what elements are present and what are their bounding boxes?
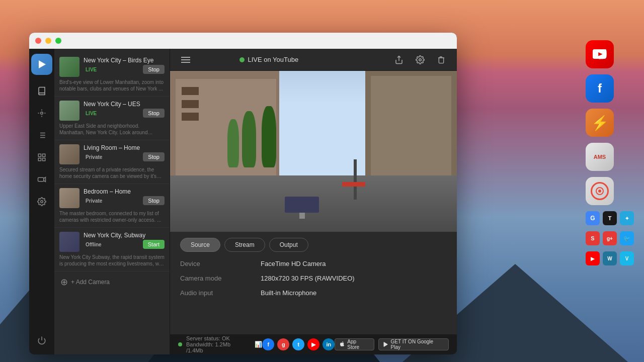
camera-thumb-4 <box>59 188 79 208</box>
camera-status-2: LIVE <box>84 110 99 117</box>
close-button[interactable] <box>35 38 41 44</box>
sidebar-icon-power[interactable] <box>33 331 51 349</box>
social-facebook[interactable]: f <box>262 338 274 350</box>
camera-desc-4: The master bedroom, connected to my list… <box>59 210 165 223</box>
mini-icon-s[interactable]: S <box>586 231 600 245</box>
lightning-desktop-icon[interactable]: ⚡ <box>586 109 614 137</box>
facebook-desktop-icon[interactable]: f <box>586 74 614 103</box>
sidebar-icon-location[interactable] <box>33 104 51 122</box>
bottom-section: Source Stream Output Device FaceTime HD … <box>170 232 457 334</box>
add-camera-button[interactable]: ⊕ + Add Camera <box>54 272 170 293</box>
live-status-text: LIVE on YouTube <box>248 56 298 63</box>
mini-icon-t2[interactable]: ✦ <box>620 211 634 225</box>
ams-desktop-icon[interactable]: AMS <box>586 143 614 171</box>
camera-start-btn-5[interactable]: Start <box>143 240 165 249</box>
tab-row: Source Stream Output <box>180 238 447 252</box>
info-row-device: Device FaceTime HD Camera <box>180 260 447 267</box>
svg-rect-11 <box>38 158 41 161</box>
svg-marker-13 <box>44 177 46 182</box>
top-bar-right <box>391 52 449 67</box>
audio-input-value: Built-in Microphone <box>261 289 316 297</box>
app-window: New York City – Birds Eye LIVE Stop Bird… <box>29 33 457 354</box>
google-play-button[interactable]: GET IT ON Google Play <box>378 338 449 350</box>
mini-icons-row-1: G T ✦ <box>586 211 634 225</box>
camera-desc-1: Bird's-eye view of Lower Manhattan, zoom… <box>59 79 165 92</box>
youtube-desktop-icon[interactable] <box>586 40 614 68</box>
svg-rect-10 <box>43 158 45 161</box>
camera-name-1: New York City – Birds Eye <box>84 57 165 64</box>
svg-rect-8 <box>38 154 41 156</box>
camera-desc-3: Secured stream of a private residence, t… <box>59 166 165 179</box>
camera-item-living-room[interactable]: Living Room – Home Private Stop Secured … <box>54 140 170 184</box>
mini-icons-row-2: S g+ 🐦 <box>586 231 634 245</box>
mini-icon-tw[interactable]: 🐦 <box>620 231 634 245</box>
delete-button[interactable] <box>434 52 449 67</box>
title-bar <box>29 33 457 49</box>
maximize-button[interactable] <box>55 38 61 44</box>
mini-icon-g[interactable]: G <box>586 211 600 225</box>
mini-icons-row-3: ▶ W V <box>586 251 634 265</box>
minimize-button[interactable] <box>45 38 51 44</box>
desktop-icon-dock: f ⚡ AMS G T ✦ S g+ 🐦 <box>586 40 634 265</box>
camera-item-nyc-birds-eye[interactable]: New York City – Birds Eye LIVE Stop Bird… <box>54 53 170 97</box>
top-bar-left <box>178 52 193 67</box>
add-camera-label: + Add Camera <box>71 279 110 286</box>
sidebar-icon-book[interactable] <box>33 82 51 100</box>
camera-list: New York City – Birds Eye LIVE Stop Bird… <box>54 49 170 354</box>
tab-output[interactable]: Output <box>269 238 308 252</box>
mini-icon-wp[interactable]: W <box>603 251 617 265</box>
bandwidth-icon: 📊 <box>255 341 262 348</box>
svg-rect-9 <box>43 154 45 156</box>
svg-rect-12 <box>38 177 44 182</box>
app-store-button[interactable]: App Store <box>335 338 374 350</box>
mini-icon-yt[interactable]: ▶ <box>586 251 600 265</box>
menu-icon[interactable] <box>178 52 193 67</box>
target-desktop-icon[interactable] <box>586 177 614 205</box>
info-row-camera-mode: Camera mode 644x362 30 FPS (RAWVIDEO) <box>180 275 447 282</box>
google-play-label: GET IT ON Google Play <box>390 339 444 350</box>
sidebar-icon-video[interactable] <box>33 170 51 189</box>
footer-status: Server status: OK Bandwidth: 1.2Mb /1.4M… <box>178 335 262 353</box>
mini-icon-t1[interactable]: T <box>603 211 617 225</box>
camera-stop-btn-4[interactable]: Stop <box>143 196 165 205</box>
camera-stop-btn-3[interactable]: Stop <box>143 152 165 161</box>
tab-source[interactable]: Source <box>180 238 220 252</box>
social-twitter[interactable]: t <box>292 338 304 350</box>
camera-name-2: New York City – UES <box>84 101 165 108</box>
server-status-text: Server status: OK Bandwidth: 1.2Mb /1.4M… <box>186 335 249 353</box>
camera-thumb-1 <box>59 57 79 77</box>
tab-stream[interactable]: Stream <box>224 238 265 252</box>
camera-mode-label: Camera mode <box>180 275 261 282</box>
social-youtube[interactable]: ▶ <box>307 338 319 350</box>
sidebar-icon-settings[interactable] <box>33 193 51 211</box>
camera-status-4: Private <box>84 198 104 204</box>
sidebar-icon-grid[interactable] <box>33 148 51 166</box>
camera-status-5: Offline <box>84 241 104 248</box>
device-value: FaceTime HD Camera <box>261 260 326 267</box>
camera-item-bedroom[interactable]: Bedroom – Home Private Stop The master b… <box>54 184 170 228</box>
social-gplus[interactable]: g <box>277 338 289 350</box>
camera-stop-btn-2[interactable]: Stop <box>143 109 165 118</box>
camera-item-nyc-ues[interactable]: New York City – UES LIVE Stop Upper East… <box>54 97 170 140</box>
info-row-audio: Audio input Built-in Microphone <box>180 289 447 297</box>
sidebar-icons <box>29 49 54 354</box>
top-bar: LIVE on YouTube <box>170 49 457 71</box>
mini-icon-vi[interactable]: V <box>620 251 634 265</box>
camera-item-subway[interactable]: New York City, Subway Offline Start New … <box>54 228 170 272</box>
camera-status-1: LIVE <box>84 66 99 73</box>
settings-button[interactable] <box>413 52 428 67</box>
live-indicator: LIVE on YouTube <box>239 56 298 63</box>
main-content: LIVE on YouTube <box>170 49 457 354</box>
social-linkedin[interactable]: in <box>323 338 335 350</box>
sidebar-icon-list[interactable] <box>33 126 51 144</box>
mini-icon-gplus[interactable]: g+ <box>603 231 617 245</box>
svg-point-1 <box>41 112 43 115</box>
camera-desc-2: Upper East Side and neighborhood. Manhat… <box>59 123 165 136</box>
camera-stop-btn-1[interactable]: Stop <box>143 65 165 74</box>
audio-input-label: Audio input <box>180 289 261 297</box>
video-preview <box>170 71 457 232</box>
footer-stores: App Store GET IT ON Google Play <box>335 338 449 350</box>
app-logo[interactable] <box>31 54 52 75</box>
share-button[interactable] <box>391 52 407 67</box>
camera-mode-value: 644x362 30 FPS (RAWVIDEO) <box>261 275 355 282</box>
